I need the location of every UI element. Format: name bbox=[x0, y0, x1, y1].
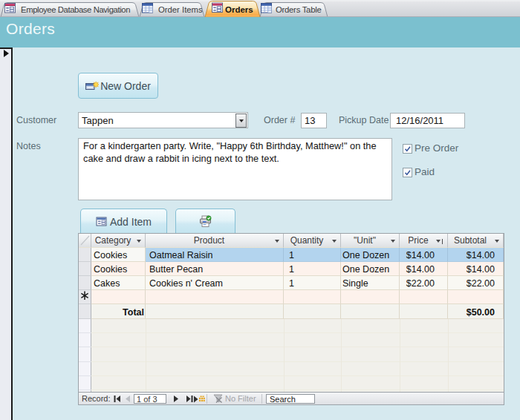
svg-text:Orders: Orders bbox=[225, 5, 253, 14]
svg-text:Order Items: Order Items bbox=[158, 5, 203, 14]
svg-text:Employee Database Navigation: Employee Database Navigation bbox=[21, 5, 130, 14]
svg-text:Orders Table: Orders Table bbox=[276, 5, 321, 14]
